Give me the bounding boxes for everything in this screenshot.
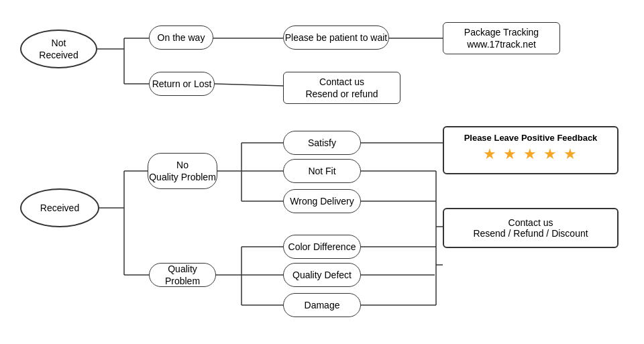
return-lost-label: Return or Lost [152, 78, 212, 90]
satisfy-node: Satisfy [283, 131, 361, 155]
package-tracking-node: Package Trackingwww.17track.net [443, 22, 560, 54]
satisfy-label: Satisfy [308, 137, 336, 149]
color-diff-label: Color Difference [288, 241, 356, 253]
patient-label: Please be patient to wait [285, 32, 388, 44]
damage-label: Damage [305, 299, 340, 311]
not-fit-node: Not Fit [283, 159, 361, 183]
feedback-box: Please Leave Positive Feedback ★ ★ ★ ★ ★ [443, 126, 619, 174]
on-the-way-node: On the way [149, 25, 213, 50]
damage-node: Damage [283, 293, 361, 317]
contact-resend-refund2-label: Contact usResend / Refund / Discount [473, 217, 588, 239]
wrong-delivery-node: Wrong Delivery [283, 189, 361, 213]
contact-resend-refund-node: Contact usResend or refund [283, 72, 400, 104]
not-received-label: NotReceived [39, 37, 78, 61]
received-label: Received [40, 202, 79, 214]
contact-resend-refund-label: Contact usResend or refund [305, 76, 378, 100]
wrong-delivery-label: Wrong Delivery [290, 195, 354, 207]
quality-defect-label: Quality Defect [292, 269, 352, 281]
quality-problem-label: Quality Problem [150, 263, 215, 287]
color-diff-node: Color Difference [283, 235, 361, 259]
patient-node: Please be patient to wait [283, 25, 389, 50]
svg-line-6 [215, 84, 283, 86]
on-the-way-label: On the way [158, 32, 205, 44]
package-tracking-label: Package Trackingwww.17track.net [464, 26, 539, 50]
return-lost-node: Return or Lost [149, 72, 215, 96]
contact-resend-refund2-box: Contact usResend / Refund / Discount [443, 208, 619, 248]
stars-display: ★ ★ ★ ★ ★ [452, 146, 609, 163]
quality-defect-node: Quality Defect [283, 263, 361, 287]
diagram: NotReceived On the way Return or Lost Pl… [0, 0, 644, 344]
received-node: Received [20, 188, 99, 227]
no-quality-node: NoQuality Problem [148, 153, 217, 189]
not-fit-label: Not Fit [308, 165, 335, 177]
no-quality-label: NoQuality Problem [149, 159, 216, 183]
not-received-node: NotReceived [20, 30, 97, 68]
feedback-title: Please Leave Positive Feedback [452, 133, 609, 143]
quality-problem-node: Quality Problem [149, 263, 216, 287]
